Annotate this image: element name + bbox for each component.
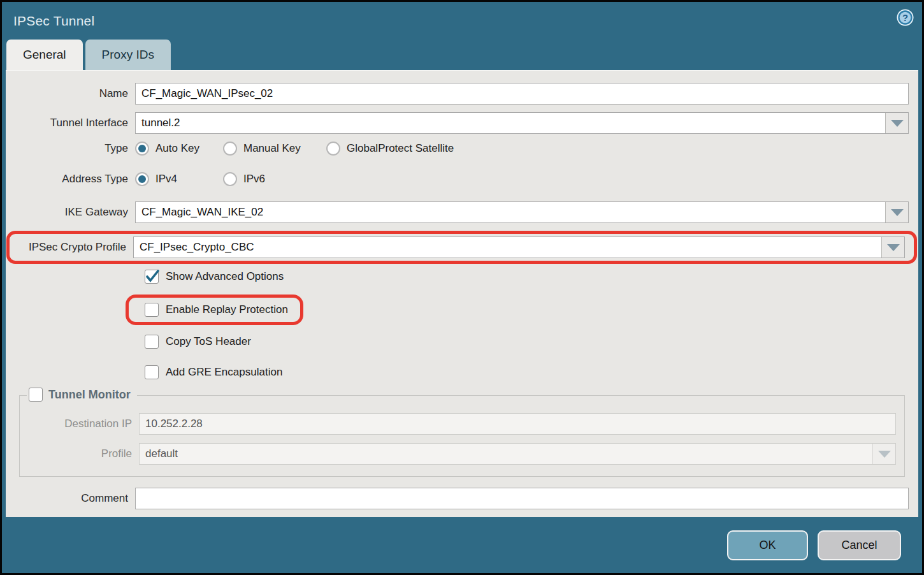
ipsec-crypto-profile-highlight-box: IPSec Crypto Profile CF_IPsec_Crypto_CBC: [6, 231, 917, 264]
comment-row: Comment: [6, 488, 909, 509]
radio-ipv4-label: IPv4: [155, 173, 177, 186]
tunnel-monitor-fieldset: Tunnel Monitor Destination IP 10.252.2.2…: [19, 395, 905, 477]
radio-globalprotect-satellite[interactable]: GlobalProtect Satellite: [326, 142, 454, 156]
check-icon: [145, 270, 159, 284]
profile-label: Profile: [20, 448, 139, 460]
tab-general[interactable]: General: [6, 40, 83, 70]
chevron-down-icon: [878, 451, 891, 458]
ipsec-crypto-profile-label: IPSec Crypto Profile: [10, 241, 133, 254]
dialog-footer: OK Cancel: [2, 517, 922, 573]
add-gre-encapsulation-checkbox[interactable]: [145, 365, 159, 379]
ipsec-crypto-profile-row: IPSec Crypto Profile CF_IPsec_Crypto_CBC: [10, 237, 905, 258]
tab-general-label: General: [23, 48, 66, 61]
radio-ipv4-control[interactable]: [135, 172, 149, 186]
enable-replay-protection-row: Enable Replay Protection: [145, 302, 288, 317]
copy-tos-header-checkbox[interactable]: [145, 335, 159, 349]
general-tab-panel: Name Tunnel Interface tunnel.2: [6, 70, 918, 517]
radio-manual-key[interactable]: Manual Key: [223, 142, 326, 156]
radio-ipv6[interactable]: IPv6: [223, 172, 265, 186]
profile-dropdown-button: [872, 444, 895, 464]
show-advanced-options-row: Show Advanced Options: [145, 269, 918, 284]
radio-globalprotect-satellite-label: GlobalProtect Satellite: [347, 142, 454, 155]
name-input[interactable]: [135, 83, 909, 105]
tab-proxy-ids[interactable]: Proxy IDs: [85, 40, 171, 70]
name-label: Name: [6, 87, 135, 100]
ike-gateway-value: CF_Magic_WAN_IKE_02: [136, 202, 885, 222]
address-type-row: Address Type IPv4 IPv6: [6, 172, 909, 186]
screen: IPSec Tunnel ? General Proxy IDs Name: [0, 0, 924, 575]
tunnel-monitor-checkbox[interactable]: [29, 388, 43, 402]
comment-label: Comment: [6, 492, 135, 505]
radio-auto-key-label: Auto Key: [155, 142, 199, 155]
cancel-button[interactable]: Cancel: [818, 530, 901, 560]
radio-globalprotect-satellite-control[interactable]: [326, 142, 340, 156]
name-row: Name: [6, 83, 909, 105]
add-gre-encapsulation-label: Add GRE Encapsulation: [166, 366, 282, 379]
show-advanced-options-label: Show Advanced Options: [166, 270, 284, 283]
show-advanced-options-checkbox[interactable]: [145, 270, 159, 284]
copy-tos-header-row: Copy ToS Header: [145, 334, 918, 349]
tunnel-interface-label: Tunnel Interface: [6, 117, 135, 129]
tunnel-interface-value: tunnel.2: [136, 113, 885, 133]
enable-replay-protection-label: Enable Replay Protection: [166, 303, 288, 316]
ipsec-crypto-profile-select[interactable]: CF_IPsec_Crypto_CBC: [133, 237, 905, 258]
tunnel-monitor-legend: Tunnel Monitor: [27, 388, 137, 402]
type-row: Type Auto Key Manual Key GlobalProtect S…: [6, 142, 909, 156]
radio-manual-key-label: Manual Key: [243, 142, 301, 155]
radio-ipv4[interactable]: IPv4: [135, 172, 223, 186]
chevron-down-icon: [887, 244, 900, 251]
ike-gateway-dropdown-button[interactable]: [885, 202, 908, 222]
type-label: Type: [6, 142, 135, 155]
enable-replay-protection-checkbox[interactable]: [145, 303, 159, 317]
add-gre-encapsulation-row: Add GRE Encapsulation: [145, 365, 918, 380]
comment-input[interactable]: [135, 488, 909, 509]
tab-bar: General Proxy IDs: [2, 40, 922, 70]
ike-gateway-label: IKE Gateway: [6, 206, 135, 219]
enable-replay-protection-highlight-box: Enable Replay Protection: [126, 295, 303, 325]
radio-manual-key-control[interactable]: [223, 142, 237, 156]
ipsec-tunnel-dialog: IPSec Tunnel ? General Proxy IDs Name: [2, 2, 922, 573]
destination-ip-label: Destination IP: [20, 418, 139, 430]
help-icon[interactable]: ?: [897, 9, 914, 26]
tunnel-interface-row: Tunnel Interface tunnel.2: [6, 112, 909, 134]
destination-ip-row: Destination IP 10.252.2.28: [20, 413, 896, 435]
radio-auto-key-control[interactable]: [135, 142, 149, 156]
tunnel-interface-dropdown-button[interactable]: [885, 113, 908, 133]
ipsec-crypto-profile-dropdown-button[interactable]: [881, 237, 904, 258]
tunnel-monitor-label: Tunnel Monitor: [48, 388, 131, 402]
dialog-titlebar: IPSec Tunnel ?: [2, 2, 922, 40]
svg-text:?: ?: [902, 12, 908, 23]
destination-ip-input: 10.252.2.28: [139, 413, 896, 435]
tunnel-interface-select[interactable]: tunnel.2: [135, 112, 909, 134]
dialog-title: IPSec Tunnel: [13, 13, 94, 29]
profile-select: default: [139, 443, 896, 465]
profile-value: default: [140, 444, 872, 464]
radio-ipv6-control[interactable]: [223, 172, 237, 186]
chevron-down-icon: [891, 120, 904, 127]
ok-button[interactable]: OK: [727, 530, 808, 560]
chevron-down-icon: [891, 209, 904, 216]
copy-tos-header-label: Copy ToS Header: [166, 335, 251, 348]
radio-ipv6-label: IPv6: [243, 173, 265, 186]
ipsec-crypto-profile-value: CF_IPsec_Crypto_CBC: [134, 237, 881, 258]
profile-row: Profile default: [20, 443, 896, 465]
tab-proxy-ids-label: Proxy IDs: [102, 48, 154, 61]
ike-gateway-row: IKE Gateway CF_Magic_WAN_IKE_02: [6, 201, 909, 223]
radio-auto-key[interactable]: Auto Key: [135, 142, 223, 156]
ike-gateway-select[interactable]: CF_Magic_WAN_IKE_02: [135, 201, 909, 223]
address-type-label: Address Type: [6, 173, 135, 186]
